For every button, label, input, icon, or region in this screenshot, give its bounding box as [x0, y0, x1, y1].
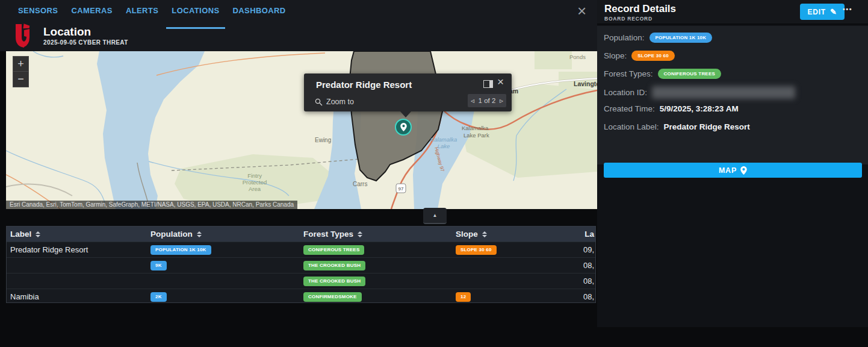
- map-marker-pin[interactable]: [395, 119, 412, 136]
- map-button[interactable]: MAP: [604, 163, 862, 178]
- zoom-in-button[interactable]: +: [13, 57, 28, 72]
- nav-item-dashboard[interactable]: DASHBOARD: [233, 6, 286, 20]
- forest-badge: CONFIRMEDSMOKE: [303, 292, 362, 302]
- sort-icon: [482, 231, 487, 237]
- population-badge: 9K: [150, 261, 167, 270]
- field-population: Population: POPULATION 1K 10K: [604, 33, 712, 43]
- pager-prev-icon[interactable]: ◃: [471, 96, 474, 105]
- popup-title: Predator Ridge Resort: [316, 80, 412, 90]
- close-panel-icon[interactable]: ×: [577, 2, 586, 20]
- app-logo-shield-icon: [14, 23, 31, 51]
- table-row[interactable]: Namibia 2K CONFIRMEDSMOKE 12 08,: [7, 289, 595, 303]
- field-slope: Slope: SLOPE 30 60: [604, 51, 675, 61]
- svg-text:97: 97: [398, 186, 404, 192]
- map-label-fintry: Fintry: [247, 172, 262, 179]
- nav-item-alerts[interactable]: ALERTS: [126, 6, 158, 20]
- route-97-shield: 97: [396, 184, 406, 193]
- forest-badge: THE CROOKED BUSH: [303, 277, 365, 286]
- map-label-ponds: Ponds: [569, 54, 586, 60]
- overflow-menu-icon[interactable]: •••: [843, 5, 852, 13]
- panel-body: Population: POPULATION 1K 10K Slope: SLO…: [597, 26, 868, 164]
- slope-badge: 12: [456, 292, 471, 302]
- table-collapse-button[interactable]: ▲: [423, 208, 447, 224]
- edit-button[interactable]: EDIT ✎: [800, 4, 845, 20]
- table-row[interactable]: 9K THE CROOKED BUSH 08,: [7, 257, 595, 273]
- sort-icon: [197, 231, 202, 237]
- sort-icon: [36, 231, 40, 237]
- table-row[interactable]: THE CROOKED BUSH 08,: [7, 273, 595, 289]
- sort-icon: [358, 231, 362, 237]
- population-badge: POPULATION 1K 10K: [649, 33, 713, 43]
- forest-badge: CONIFEROUS TREES: [658, 69, 721, 79]
- pin-icon: [400, 123, 407, 131]
- page-title: Location: [43, 25, 91, 39]
- map-label-carrs: Carrs: [353, 181, 367, 187]
- record-details-panel: Record Details BOARD RECORD EDIT ✎ ••• P…: [597, 0, 868, 327]
- map-label-kalamalka-park: Kalamalka: [462, 125, 489, 131]
- panel-subtitle: BOARD RECORD: [604, 16, 653, 22]
- table-header-row: Label Population Forest Types Slope La: [7, 227, 595, 242]
- nav-item-cameras[interactable]: CAMERAS: [71, 6, 113, 20]
- map-zoom-control: + −: [13, 56, 29, 87]
- pager-count: 1 of 2: [479, 97, 496, 104]
- map-attribution: Esri Canada, Esri, TomTom, Garmin, SafeG…: [6, 201, 297, 209]
- popup-close-icon[interactable]: ×: [497, 75, 504, 89]
- main-nav: SENSORS CAMERAS ALERTS LOCATIONS DASHBOA…: [18, 6, 286, 20]
- popup-caret: [400, 111, 411, 117]
- locations-table: Label Population Forest Types Slope La P…: [6, 226, 596, 303]
- panel-header: Record Details BOARD RECORD EDIT ✎ •••: [597, 0, 868, 25]
- forest-badge: THE CROOKED BUSH: [303, 261, 365, 270]
- field-location-label: Location Label: Predator Ridge Resort: [604, 122, 750, 131]
- map-label-lavington: Lavington: [574, 80, 597, 87]
- slope-badge: SLOPE 30 60: [631, 51, 675, 61]
- field-location-id: Location ID:: [604, 86, 795, 99]
- map-label-ewing: Ewing: [315, 137, 331, 143]
- svg-text:Lake Park: Lake Park: [463, 132, 489, 139]
- panel-title: Record Details: [604, 3, 676, 15]
- map-popup: Predator Ridge Resort × Zoom to ◃ 1 of 2…: [304, 73, 512, 111]
- column-header-slope[interactable]: Slope: [452, 230, 560, 239]
- collapse-arrow-icon: ▲: [433, 213, 438, 218]
- nav-item-locations[interactable]: LOCATIONS: [172, 6, 219, 20]
- column-header-population[interactable]: Population: [147, 230, 300, 239]
- slope-badge: SLOPE 30 60: [456, 245, 497, 255]
- magnifier-icon: [315, 98, 323, 106]
- zoom-out-button[interactable]: −: [13, 72, 28, 87]
- field-forest-types: Forest Types: CONIFEROUS TREES: [604, 69, 721, 79]
- redacted-value: [652, 86, 795, 99]
- pin-icon: [740, 166, 747, 175]
- popup-pager: ◃ 1 of 2 ▹: [468, 94, 506, 107]
- svg-text:Protected: Protected: [243, 179, 267, 186]
- zoom-to-button[interactable]: Zoom to: [315, 98, 354, 106]
- table-row[interactable]: Predator Ridge Resort POPULATION 1K 10K …: [7, 242, 595, 257]
- page-subtitle: 2025-09-05 CYBER THREAT: [43, 39, 128, 46]
- column-header-label[interactable]: Label: [7, 230, 147, 239]
- forest-badge: CONIFEROUS TREES: [303, 245, 364, 255]
- top-header: SENSORS CAMERAS ALERTS LOCATIONS DASHBOA…: [0, 0, 597, 51]
- dock-icon[interactable]: [483, 80, 493, 88]
- column-header-last[interactable]: La: [560, 230, 595, 239]
- nav-item-sensors[interactable]: SENSORS: [18, 6, 58, 20]
- map-label-kalamalka-lake: Kalamalka: [430, 136, 457, 143]
- column-header-forest-types[interactable]: Forest Types: [300, 230, 452, 239]
- map-canvas[interactable]: 97 Ponds Lavington am Ewing Carrs Fintry…: [6, 51, 597, 209]
- population-badge: 2K: [150, 292, 167, 302]
- svg-text:Area: Area: [249, 186, 261, 192]
- pencil-icon: ✎: [830, 7, 837, 16]
- pager-next-icon[interactable]: ▹: [500, 96, 503, 105]
- population-badge: POPULATION 1K 10K: [150, 245, 211, 255]
- field-created-time: Created Time: 5/9/2025, 3:28:23 AM: [604, 104, 739, 113]
